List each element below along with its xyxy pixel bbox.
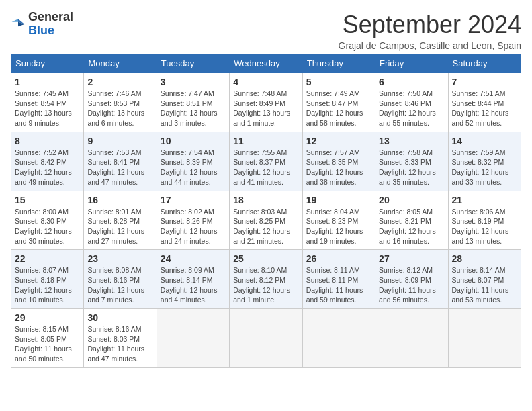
day-info: Sunrise: 8:08 AM Sunset: 8:16 PM Dayligh… — [87, 265, 152, 305]
day-info: Sunrise: 7:48 AM Sunset: 8:49 PM Dayligh… — [233, 89, 298, 128]
calendar-row: 22 Sunrise: 8:07 AM Sunset: 8:18 PM Dayl… — [11, 250, 521, 309]
calendar-table: Sunday Monday Tuesday Wednesday Thursday… — [11, 54, 521, 368]
col-friday: Friday — [375, 54, 448, 73]
day-number: 2 — [87, 77, 152, 87]
day-number: 7 — [452, 77, 517, 87]
day-number: 21 — [452, 195, 517, 205]
calendar-cell: 11 Sunrise: 7:55 AM Sunset: 8:37 PM Dayl… — [230, 132, 302, 191]
calendar-row: 15 Sunrise: 8:00 AM Sunset: 8:30 PM Dayl… — [11, 191, 521, 250]
day-info: Sunrise: 7:51 AM Sunset: 8:44 PM Dayligh… — [452, 89, 517, 128]
calendar-cell: 10 Sunrise: 7:54 AM Sunset: 8:39 PM Dayl… — [157, 132, 229, 191]
location-subtitle: Grajal de Campos, Castille and Leon, Spa… — [339, 40, 521, 51]
calendar-cell: 9 Sunrise: 7:53 AM Sunset: 8:41 PM Dayli… — [84, 132, 157, 191]
day-info: Sunrise: 8:06 AM Sunset: 8:19 PM Dayligh… — [452, 207, 517, 246]
title-block: September 2024 Grajal de Campos, Castill… — [339, 11, 521, 51]
calendar-cell: 8 Sunrise: 7:52 AM Sunset: 8:42 PM Dayli… — [11, 132, 84, 191]
logo-general: General — [28, 10, 73, 24]
day-info: Sunrise: 8:03 AM Sunset: 8:25 PM Dayligh… — [233, 207, 298, 246]
calendar-cell: 12 Sunrise: 7:57 AM Sunset: 8:35 PM Dayl… — [302, 132, 375, 191]
day-info: Sunrise: 7:50 AM Sunset: 8:46 PM Dayligh… — [379, 89, 444, 128]
day-info: Sunrise: 8:12 AM Sunset: 8:09 PM Dayligh… — [379, 265, 444, 305]
day-number: 24 — [161, 253, 226, 264]
day-info: Sunrise: 8:00 AM Sunset: 8:30 PM Dayligh… — [15, 207, 80, 246]
col-thursday: Thursday — [302, 54, 375, 73]
day-number: 10 — [161, 136, 226, 146]
day-number: 14 — [452, 136, 517, 146]
calendar-cell: 26 Sunrise: 8:11 AM Sunset: 8:11 PM Dayl… — [302, 250, 375, 309]
day-number: 5 — [306, 77, 371, 87]
day-info: Sunrise: 7:45 AM Sunset: 8:54 PM Dayligh… — [15, 89, 80, 128]
svg-marker-1 — [12, 19, 18, 22]
day-number: 3 — [161, 77, 226, 87]
calendar-cell: 2 Sunrise: 7:46 AM Sunset: 8:53 PM Dayli… — [84, 73, 157, 132]
day-number: 16 — [87, 195, 152, 205]
day-info: Sunrise: 8:04 AM Sunset: 8:23 PM Dayligh… — [306, 207, 371, 246]
calendar-cell — [157, 309, 229, 368]
day-info: Sunrise: 7:57 AM Sunset: 8:35 PM Dayligh… — [306, 148, 371, 187]
day-number: 9 — [87, 136, 152, 146]
calendar-header-row: Sunday Monday Tuesday Wednesday Thursday… — [11, 54, 521, 73]
page-header: General Blue September 2024 Grajal de Ca… — [11, 11, 521, 51]
day-number: 20 — [379, 195, 444, 205]
day-number: 12 — [306, 136, 371, 146]
day-info: Sunrise: 7:52 AM Sunset: 8:42 PM Dayligh… — [15, 148, 80, 187]
logo-bird-icon — [11, 17, 26, 32]
calendar-cell: 14 Sunrise: 7:59 AM Sunset: 8:32 PM Dayl… — [448, 132, 521, 191]
logo-blue: Blue — [28, 24, 54, 37]
day-number: 4 — [233, 77, 298, 87]
day-number: 27 — [379, 253, 444, 264]
day-info: Sunrise: 7:55 AM Sunset: 8:37 PM Dayligh… — [233, 148, 298, 187]
day-info: Sunrise: 8:10 AM Sunset: 8:12 PM Dayligh… — [233, 265, 298, 305]
day-number: 8 — [15, 136, 80, 146]
col-saturday: Saturday — [448, 54, 521, 73]
calendar-cell: 29 Sunrise: 8:15 AM Sunset: 8:05 PM Dayl… — [11, 309, 84, 368]
day-info: Sunrise: 8:02 AM Sunset: 8:26 PM Dayligh… — [161, 207, 226, 246]
calendar-row: 1 Sunrise: 7:45 AM Sunset: 8:54 PM Dayli… — [11, 73, 521, 132]
day-info: Sunrise: 8:14 AM Sunset: 8:07 PM Dayligh… — [452, 265, 517, 305]
day-number: 19 — [306, 195, 371, 205]
calendar-cell: 4 Sunrise: 7:48 AM Sunset: 8:49 PM Dayli… — [230, 73, 302, 132]
calendar-cell: 7 Sunrise: 7:51 AM Sunset: 8:44 PM Dayli… — [448, 73, 521, 132]
calendar-cell: 30 Sunrise: 8:16 AM Sunset: 8:03 PM Dayl… — [84, 309, 157, 368]
calendar-cell — [230, 309, 302, 368]
day-number: 18 — [233, 195, 298, 205]
logo-text: General Blue — [28, 11, 73, 38]
calendar-cell: 27 Sunrise: 8:12 AM Sunset: 8:09 PM Dayl… — [375, 250, 448, 309]
day-number: 1 — [15, 77, 80, 87]
calendar-cell — [302, 309, 375, 368]
calendar-cell — [448, 309, 521, 368]
day-info: Sunrise: 8:09 AM Sunset: 8:14 PM Dayligh… — [161, 265, 226, 305]
calendar-cell: 24 Sunrise: 8:09 AM Sunset: 8:14 PM Dayl… — [157, 250, 229, 309]
calendar-cell: 25 Sunrise: 8:10 AM Sunset: 8:12 PM Dayl… — [230, 250, 302, 309]
col-monday: Monday — [84, 54, 157, 73]
calendar-cell: 17 Sunrise: 8:02 AM Sunset: 8:26 PM Dayl… — [157, 191, 229, 250]
month-title: September 2024 — [339, 11, 521, 39]
calendar-cell: 13 Sunrise: 7:58 AM Sunset: 8:33 PM Dayl… — [375, 132, 448, 191]
day-info: Sunrise: 7:46 AM Sunset: 8:53 PM Dayligh… — [87, 89, 152, 128]
calendar-cell: 28 Sunrise: 8:14 AM Sunset: 8:07 PM Dayl… — [448, 250, 521, 309]
calendar-cell: 21 Sunrise: 8:06 AM Sunset: 8:19 PM Dayl… — [448, 191, 521, 250]
day-number: 6 — [379, 77, 444, 87]
day-number: 29 — [15, 312, 80, 323]
day-number: 26 — [306, 253, 371, 264]
day-number: 15 — [15, 195, 80, 205]
col-sunday: Sunday — [11, 54, 84, 73]
day-info: Sunrise: 7:58 AM Sunset: 8:33 PM Dayligh… — [379, 148, 444, 187]
day-number: 30 — [87, 312, 152, 323]
calendar-row: 29 Sunrise: 8:15 AM Sunset: 8:05 PM Dayl… — [11, 309, 521, 368]
day-info: Sunrise: 8:11 AM Sunset: 8:11 PM Dayligh… — [306, 265, 371, 305]
calendar-row: 8 Sunrise: 7:52 AM Sunset: 8:42 PM Dayli… — [11, 132, 521, 191]
calendar-cell: 3 Sunrise: 7:47 AM Sunset: 8:51 PM Dayli… — [157, 73, 229, 132]
day-info: Sunrise: 8:16 AM Sunset: 8:03 PM Dayligh… — [87, 324, 152, 364]
calendar-cell — [375, 309, 448, 368]
calendar-cell: 22 Sunrise: 8:07 AM Sunset: 8:18 PM Dayl… — [11, 250, 84, 309]
day-info: Sunrise: 8:15 AM Sunset: 8:05 PM Dayligh… — [15, 324, 80, 364]
day-info: Sunrise: 7:59 AM Sunset: 8:32 PM Dayligh… — [452, 148, 517, 187]
calendar-cell: 5 Sunrise: 7:49 AM Sunset: 8:47 PM Dayli… — [302, 73, 375, 132]
day-number: 11 — [233, 136, 298, 146]
day-info: Sunrise: 8:07 AM Sunset: 8:18 PM Dayligh… — [15, 265, 80, 305]
col-tuesday: Tuesday — [157, 54, 229, 73]
day-number: 22 — [15, 253, 80, 264]
day-info: Sunrise: 8:01 AM Sunset: 8:28 PM Dayligh… — [87, 207, 152, 246]
day-number: 17 — [161, 195, 226, 205]
